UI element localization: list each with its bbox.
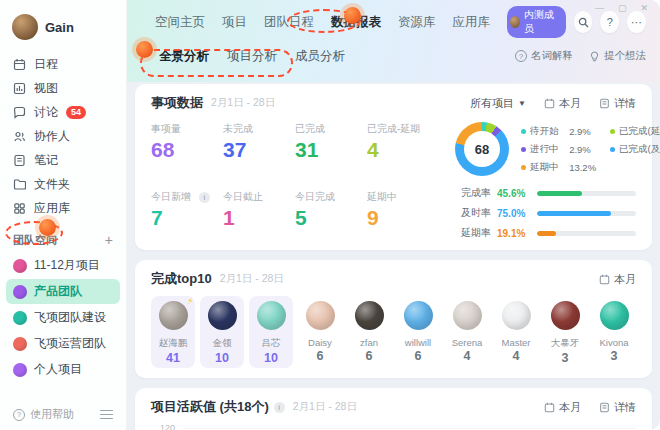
tab-project-analysis[interactable]: 项目分析 — [227, 48, 277, 65]
team-item-label: 产品团队 — [34, 283, 82, 300]
donut-legend: 待开始 2.9% 已完成(延期) 5.9% 进行中 2.9% 已完成(及时) 3… — [521, 125, 660, 174]
people-icon — [13, 130, 26, 143]
unread-badge: 54 — [66, 106, 86, 119]
month-button[interactable]: 本月 — [544, 96, 581, 111]
team-item-nov-dec-project[interactable]: 11-12月项目 — [6, 253, 120, 278]
stat-completed-delayed: 已完成-延期4 — [367, 122, 439, 172]
nav-tab-space-home[interactable]: 空间主页 — [155, 14, 205, 31]
main-area: — ▢ ✕ 空间主页 项目 团队日程 数据报表 资源库 应用库 内测成员 ? ⋯ — [127, 0, 660, 430]
month-button[interactable]: 本月 — [599, 272, 636, 287]
more-button[interactable]: ⋯ — [627, 11, 646, 33]
sidebar-item-label: 协作人 — [34, 128, 70, 145]
sidebar-item-label: 日程 — [34, 56, 58, 73]
sidebar-item-discussion[interactable]: 讨论 54 — [0, 100, 126, 124]
member-tile[interactable]: willwill6 — [396, 296, 440, 368]
project-filter-dropdown[interactable]: 所有项目 ▼ — [470, 96, 526, 111]
team-item-feixiang-ops[interactable]: 飞项运营团队 — [6, 331, 120, 356]
glossary-label: 名词解释 — [531, 49, 573, 63]
nav-tab-data-reports[interactable]: 数据报表 — [331, 14, 381, 31]
sidebar-item-apps[interactable]: 应用库 — [0, 196, 126, 220]
window-controls: — ▢ ✕ — [595, 3, 648, 13]
card-title: 事项数据 — [151, 94, 203, 112]
nav-tab-resources[interactable]: 资源库 — [398, 14, 436, 31]
team-item-label: 个人项目 — [34, 361, 82, 378]
help-circle-button[interactable]: ? — [600, 11, 619, 33]
help-button[interactable]: ? 使用帮助 — [13, 407, 74, 422]
team-item-personal[interactable]: 个人项目 — [6, 357, 120, 382]
lightbulb-icon — [589, 51, 600, 62]
member-tile[interactable]: zfan6 — [347, 296, 391, 368]
close-icon[interactable]: ✕ — [640, 3, 648, 13]
member-tile[interactable]: Master4 — [494, 296, 538, 368]
nav-tab-projects[interactable]: 项目 — [222, 14, 247, 31]
sidebar-menu: 日程 视图 讨论 54 协作人 笔记 文件夹 — [0, 50, 126, 222]
detail-button[interactable]: 详情 — [599, 96, 636, 111]
subtab-group: 全景分析 项目分析 成员分析 — [141, 42, 363, 71]
legend-item: 已完成(延期) 5.9% — [610, 125, 660, 138]
member-tile[interactable]: 吕芯10 — [249, 296, 293, 368]
user-avatar — [12, 14, 38, 40]
card-title: 完成top10 — [151, 270, 212, 288]
tab-member-analysis[interactable]: 成员分析 — [295, 48, 345, 65]
sidebar-item-notes[interactable]: 笔记 — [0, 148, 126, 172]
avatar — [551, 301, 580, 330]
stat-overdue: 延期中9 — [367, 190, 439, 240]
sidebar-item-folders[interactable]: 文件夹 — [0, 172, 126, 196]
subtab-links: ? 名词解释 提个想法 — [515, 49, 646, 63]
month-label: 本月 — [614, 272, 636, 287]
calendar-icon — [544, 402, 555, 413]
team-item-feixiang-build[interactable]: 飞项团队建设 — [6, 305, 120, 330]
team-item-label: 飞项运营团队 — [34, 335, 106, 352]
nav-tab-team-schedule[interactable]: 团队日程 — [264, 14, 314, 31]
sidebar-item-schedule[interactable]: 日程 — [0, 52, 126, 76]
stat-completed: 已完成31 — [295, 122, 367, 172]
avatar — [453, 301, 482, 330]
detail-button[interactable]: 详情 — [599, 400, 636, 415]
member-tile[interactable]: Kivona3 — [592, 296, 636, 368]
stats-grid: 事项量68 未完成37 已完成31 已完成-延期4 今日新增i7 今日截止1 今… — [151, 122, 439, 240]
delay-rate: 延期率19.1% — [455, 226, 636, 240]
avatar — [257, 301, 286, 330]
stat-due-today: 今日截止1 — [223, 190, 295, 240]
top10-members: ⚡赵海鹏41 金领10 吕芯10 Daisy6 zfan6 willwill6 … — [151, 296, 636, 368]
user-menu[interactable]: Gain — [0, 12, 126, 50]
add-team-button[interactable]: + — [105, 232, 113, 248]
legend-item: 已完成(及时) 39.7% — [610, 143, 660, 156]
beta-member-badge[interactable]: 内测成员 — [507, 6, 566, 38]
question-icon: ? — [13, 409, 25, 421]
month-button[interactable]: 本月 — [544, 400, 581, 415]
team-item-product-team[interactable]: 产品团队 — [6, 279, 120, 304]
member-tile[interactable]: 金领10 — [200, 296, 244, 368]
nav-tab-app-library[interactable]: 应用库 — [453, 14, 491, 31]
avatar — [159, 301, 188, 330]
avatar — [404, 301, 433, 330]
date-range: 2月1日 - 28日 — [220, 272, 284, 286]
chart-icon — [13, 82, 26, 95]
donut-total: 68 — [455, 122, 509, 176]
info-icon: i — [274, 402, 285, 413]
member-tile[interactable]: Serena4 — [445, 296, 489, 368]
legend-item: 延期中 13.2% — [521, 161, 596, 174]
document-icon — [599, 402, 610, 413]
apps-icon — [13, 202, 26, 215]
maximize-icon[interactable]: ▢ — [618, 3, 627, 13]
item-data-card: 事项数据 2月1日 - 28日 所有项目 ▼ 本月 详情 — [135, 84, 652, 250]
team-space-label: 团队空间 — [13, 233, 57, 248]
sidebar-item-label: 视图 — [34, 80, 58, 97]
member-tile[interactable]: ⚡赵海鹏41 — [151, 296, 195, 368]
top-nav: 空间主页 项目 团队日程 数据报表 资源库 应用库 内测成员 ? ⋯ — [127, 0, 660, 38]
search-button[interactable] — [574, 11, 593, 33]
glossary-link[interactable]: ? 名词解释 — [515, 49, 573, 63]
menu-collapse-icon[interactable] — [100, 407, 113, 422]
minimize-icon[interactable]: — — [595, 3, 604, 13]
sidebar-item-views[interactable]: 视图 — [0, 76, 126, 100]
feedback-link[interactable]: 提个想法 — [589, 49, 646, 63]
activity-bar-chart: 120 108 96 84 — [151, 426, 636, 430]
sidebar-item-collaborators[interactable]: 协作人 — [0, 124, 126, 148]
analysis-subtabs: 全景分析 项目分析 成员分析 ? 名词解释 提个想法 — [127, 38, 660, 74]
member-tile[interactable]: Daisy6 — [298, 296, 342, 368]
tab-overview-analysis[interactable]: 全景分析 — [159, 48, 209, 65]
member-tile[interactable]: 大暴牙3 — [543, 296, 587, 368]
completion-top10-card: 完成top10 2月1日 - 28日 本月 ⚡赵海鹏41 金领10 吕芯10 D… — [135, 260, 652, 378]
detail-label: 详情 — [614, 400, 636, 415]
